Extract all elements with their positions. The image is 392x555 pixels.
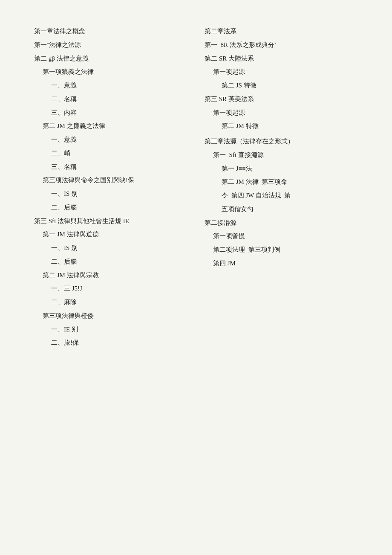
toc-item: 第二 gβ 法律之意義 [34,53,187,65]
toc-item: 五项偕女勺 [222,203,358,215]
toc-item: 第二章法系 [205,26,358,38]
toc-item: 二、峭 [51,148,187,160]
toc-item: 一、意義 [51,80,187,92]
toc-item: 第一项起源 [213,66,358,78]
toc-item: 一、IE 别 [51,324,187,336]
toc-item: 第一项狼義之法律 [43,66,187,78]
right-column: 第二章法系第一 8R 法系之形成典分ˇ第二 SR 大陸法系第一项起源第二 JS … [205,26,358,349]
toc-item: 二、后腦 [51,256,187,268]
toc-item: 第二 JS 特徵 [222,80,358,92]
toc-item: 二、旅!保 [51,337,187,349]
toc-item: 第二 JM 之廉義之法律 [43,120,187,132]
toc-item: 第一 Sfi 直接淵源 [213,149,358,161]
toc-item: 第四 JM [213,258,358,270]
toc-item: 二、后腦 [51,202,187,214]
toc-item: 第一项曽慢 [213,230,358,242]
toc-item: 第一项起源 [213,107,358,119]
toc-item: 第二 JM 法律與宗教 [43,270,187,282]
toc-item: 一、三 J5!J [51,283,187,295]
toc-item: 第一 8R 法系之形成典分ˇ [205,39,358,51]
toc-item: 三、名稱 [51,161,187,173]
toc-item: 第二接湣源 [205,217,358,229]
toc-item: 令 第四 JW 自治法規 第 [222,190,358,202]
toc-item: 第二 SR 大陸法系 [205,53,358,65]
toc-item: 第三 Sfi 法律與其他社曾生活規 IE [34,215,187,227]
toc-item: 二、麻除 [51,296,187,308]
toc-item: 第一ˉ法律之法源 [34,39,187,51]
toc-item: 第一章法律之概念 [34,26,187,38]
toc-item: 第三章法源（法律存在之形式） [205,136,358,148]
toc-item: 第三 SR 英美法系 [205,93,358,105]
toc-item: 第三项法律與橙倭 [43,310,187,322]
toc-item: 一、IS 别 [51,188,187,200]
left-column: 第一章法律之概念第一ˉ法律之法源第二 gβ 法律之意義第一项狼義之法律一、意義二… [34,26,187,349]
toc-item: 第二 JM 法律 第三项命 [222,176,358,188]
toc-item: 第一 JM 法律與道德 [43,229,187,241]
toc-item: 三、内容 [51,107,187,119]
toc-item: 二、名稱 [51,93,187,105]
page: 第一章法律之概念第一ˉ法律之法源第二 gβ 法律之意義第一项狼義之法律一、意義二… [0,0,392,375]
toc-item: 第二项法理 第三项判例 [213,244,358,256]
toc-item: 第二 JM 特徵 [222,120,358,132]
toc-item: 一、IS 别 [51,242,187,254]
toc-item: 一、意義 [51,134,187,146]
toc-item: 第一 J≡≡法 [222,163,358,175]
toc-item: 第三项法律與命令之国别與映!保 [43,174,187,186]
